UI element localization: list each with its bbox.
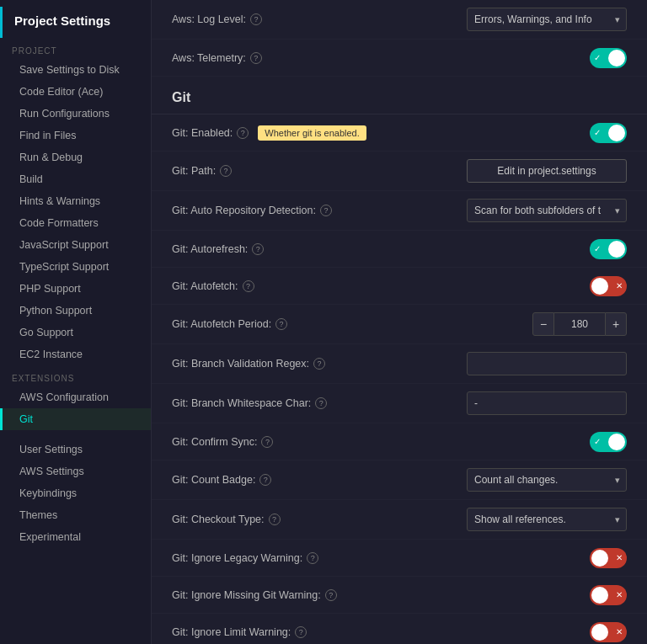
git-auto-repo-dropdown[interactable]: Scan for both subfolders of tScan for su… <box>467 199 627 222</box>
sidebar-section-project: PROJECT <box>0 38 151 59</box>
git-section-header: Git <box>152 77 647 114</box>
git-confirm-sync-control: ✓ <box>458 432 627 452</box>
git-count-badge-row: Git: Count Badge:?Count all changes.Coun… <box>152 460 647 500</box>
git-ignore-legacy-toggle[interactable]: ✕ <box>590 548 627 568</box>
git-path-control: Edit in project.settings <box>458 159 627 183</box>
sidebar-item-javascript-support[interactable]: JavaScript Support <box>0 234 151 256</box>
main-content: Aws: Log Level: ? Errors, Warnings, and … <box>152 0 647 644</box>
git-branch-regex-row: Git: Branch Validation Regex:? <box>152 344 647 384</box>
sidebar-item-hints-&-warnings[interactable]: Hints & Warnings <box>0 190 151 212</box>
git-ignore-limit-control: ✕ <box>458 622 627 642</box>
sidebar-item-aws-settings[interactable]: AWS Settings <box>0 460 151 482</box>
git-enabled-help-icon[interactable]: ? <box>237 127 249 139</box>
sidebar-item-find-in-files[interactable]: Find in Files <box>0 125 151 146</box>
git-checkout-type-label: Git: Checkout Type:? <box>172 514 458 525</box>
git-checkout-type-dropdown[interactable]: Show all references.Local onlyRemote onl… <box>467 508 627 531</box>
toggle-x-icon: ✕ <box>616 627 623 636</box>
aws-log-level-dropdown[interactable]: Errors, Warnings, and Info Errors only V… <box>467 8 627 31</box>
sidebar-item-code-formatters[interactable]: Code Formatters <box>0 212 151 234</box>
toggle-knob <box>591 278 608 295</box>
git-branch-whitespace-row: Git: Branch Whitespace Char:? <box>152 384 647 423</box>
sidebar-item-git[interactable]: Git <box>0 408 151 430</box>
git-ignore-legacy-label: Git: Ignore Legacy Warning:? <box>172 552 458 564</box>
git-autorefresh-label: Git: Autorefresh:? <box>172 243 458 255</box>
sidebar-item-themes[interactable]: Themes <box>0 504 151 526</box>
git-branch-whitespace-help-icon[interactable]: ? <box>315 397 327 409</box>
git-auto-repo-row: Git: Auto Repository Detection:?Scan for… <box>152 191 647 231</box>
aws-telemetry-help-icon[interactable]: ? <box>250 52 262 64</box>
git-ignore-missing-help-icon[interactable]: ? <box>325 589 337 601</box>
toggle-check-icon: ✓ <box>594 244 601 253</box>
git-branch-regex-help-icon[interactable]: ? <box>313 358 325 370</box>
toggle-check-icon: ✓ <box>594 437 601 446</box>
git-ignore-limit-label: Git: Ignore Limit Warning:? <box>172 626 458 638</box>
git-path-help-icon[interactable]: ? <box>220 165 232 177</box>
git-ignore-limit-toggle[interactable]: ✕ <box>590 622 627 642</box>
git-auto-repo-help-icon[interactable]: ? <box>320 205 332 216</box>
git-autofetch-period-label: Git: Autofetch Period:? <box>172 318 458 330</box>
git-auto-repo-control: Scan for both subfolders of tScan for su… <box>458 199 627 222</box>
git-autofetch-row: Git: Autofetch:?✕ <box>152 268 647 305</box>
git-count-badge-dropdown[interactable]: Count all changes.Count staged onlyCount… <box>467 468 627 492</box>
aws-telemetry-row: Aws: Telemetry: ? ✓ <box>152 40 647 77</box>
git-enabled-control: ✓ <box>458 123 627 143</box>
git-branch-regex-input[interactable] <box>467 352 627 375</box>
git-ignore-legacy-control: ✕ <box>458 548 627 568</box>
git-confirm-sync-toggle[interactable]: ✓ <box>590 432 627 452</box>
git-enabled-label: Git: Enabled:?Whether git is enabled. <box>172 125 458 141</box>
sidebar-item-ec2-instance[interactable]: EC2 Instance <box>0 343 151 365</box>
git-ignore-missing-label: Git: Ignore Missing Git Warning:? <box>172 589 458 601</box>
sidebar-item-save-settings-to-disk[interactable]: Save Settings to Disk <box>0 59 151 81</box>
sidebar-item-aws-configuration[interactable]: AWS Configuration <box>0 386 151 408</box>
git-count-badge-help-icon[interactable]: ? <box>259 474 271 486</box>
toggle-knob <box>608 241 625 258</box>
git-autofetch-period-plus-button[interactable]: + <box>605 312 627 336</box>
sidebar-item-run-&-debug[interactable]: Run & Debug <box>0 146 151 168</box>
git-branch-whitespace-label: Git: Branch Whitespace Char:? <box>172 397 458 409</box>
git-autorefresh-help-icon[interactable]: ? <box>252 243 264 255</box>
aws-log-level-control: Errors, Warnings, and Info Errors only V… <box>458 8 627 31</box>
toggle-knob <box>608 50 625 67</box>
git-autorefresh-toggle[interactable]: ✓ <box>590 239 627 259</box>
sidebar-item-go-support[interactable]: Go Support <box>0 322 151 343</box>
git-auto-repo-label: Git: Auto Repository Detection:? <box>172 205 458 216</box>
sidebar-title: Project Settings <box>0 7 151 38</box>
sidebar-item-run-configurations[interactable]: Run Configurations <box>0 103 151 125</box>
git-ignore-limit-help-icon[interactable]: ? <box>295 626 307 638</box>
sidebar-item-code-editor-(ace)[interactable]: Code Editor (Ace) <box>0 81 151 103</box>
sidebar-section-extensions: EXTENSIONS <box>0 365 151 386</box>
git-branch-whitespace-input[interactable] <box>467 391 627 415</box>
git-autofetch-period-minus-button[interactable]: − <box>532 312 554 336</box>
sidebar-item-php-support[interactable]: PHP Support <box>0 278 151 300</box>
sidebar-item-python-support[interactable]: Python Support <box>0 300 151 322</box>
git-autofetch-label: Git: Autofetch:? <box>172 280 458 292</box>
git-ignore-missing-toggle[interactable]: ✕ <box>590 585 627 605</box>
aws-log-level-dropdown-wrapper: Errors, Warnings, and Info Errors only V… <box>467 8 627 31</box>
git-ignore-legacy-help-icon[interactable]: ? <box>307 552 318 564</box>
git-autofetch-toggle[interactable]: ✕ <box>590 276 627 296</box>
toggle-x-icon: ✕ <box>616 590 623 599</box>
git-enabled-tooltip: Whether git is enabled. <box>258 125 366 141</box>
aws-log-level-label: Aws: Log Level: ? <box>172 13 458 25</box>
sidebar-item-build[interactable]: Build <box>0 168 151 190</box>
sidebar: Project Settings PROJECT Save Settings t… <box>0 0 152 644</box>
git-ignore-missing-control: ✕ <box>458 585 627 605</box>
git-autofetch-help-icon[interactable]: ? <box>243 280 254 292</box>
git-autofetch-period-control: − 180 + <box>458 312 627 336</box>
sidebar-item-typescript-support[interactable]: TypeScript Support <box>0 256 151 278</box>
toggle-x-icon: ✕ <box>616 553 623 562</box>
git-autofetch-period-help-icon[interactable]: ? <box>275 318 287 330</box>
aws-log-level-row: Aws: Log Level: ? Errors, Warnings, and … <box>152 0 647 40</box>
aws-telemetry-toggle[interactable]: ✓ <box>590 48 627 68</box>
git-confirm-sync-help-icon[interactable]: ? <box>261 436 273 448</box>
git-checkout-type-help-icon[interactable]: ? <box>269 514 281 525</box>
toggle-knob <box>591 624 608 641</box>
git-path-edit-button[interactable]: Edit in project.settings <box>467 159 627 183</box>
sidebar-item-user-settings[interactable]: User Settings <box>0 439 151 460</box>
sidebar-item-keybindings[interactable]: Keybindings <box>0 482 151 504</box>
git-enabled-toggle[interactable]: ✓ <box>590 123 627 143</box>
git-branch-whitespace-control <box>458 391 627 415</box>
aws-log-level-help-icon[interactable]: ? <box>250 13 262 25</box>
git-count-badge-dropdown-wrapper: Count all changes.Count staged onlyCount… <box>467 468 627 492</box>
sidebar-item-experimental[interactable]: Experimental <box>0 526 151 548</box>
